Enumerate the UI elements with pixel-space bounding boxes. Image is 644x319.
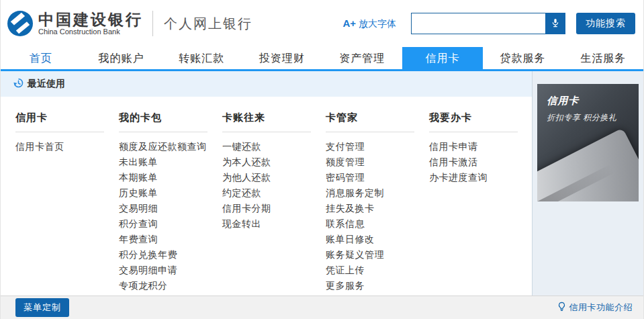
search-input[interactable] (411, 13, 545, 34)
column-card-manager: 卡管家 支付管理 额度管理 密码管理 消息服务定制 挂失及换卡 联系信息 账单日… (326, 111, 429, 295)
menu-item[interactable]: 信用卡首页 (15, 139, 119, 154)
menu-item[interactable]: 一键还款 (222, 139, 326, 154)
column-rule (429, 132, 518, 132)
column-apply-card: 我要办卡 信用卡申请 信用卡激活 办卡进度查询 (429, 111, 518, 295)
menu-item[interactable]: 额度管理 (326, 154, 429, 170)
tab-transfer[interactable]: 转账汇款 (161, 47, 242, 69)
search-box (411, 13, 565, 34)
credit-card-menu: 信用卡 信用卡首页 我的卡包 额度及应还款额查询 未出账单 本期账单 历史账单 … (1, 97, 532, 295)
menu-item[interactable]: 积分兑换年费 (119, 247, 222, 263)
ccb-logo (7, 11, 33, 36)
main-nav: 首页 我的账户 转账汇款 投资理财 资产管理 信用卡 贷款服务 生活服务 (1, 47, 643, 71)
tab-investment[interactable]: 投资理财 (242, 47, 322, 69)
menu-item[interactable]: 交易明细申请 (119, 263, 222, 278)
menu-item[interactable]: 办卡进度查询 (429, 170, 518, 185)
menu-item[interactable]: 挂失及换卡 (326, 201, 429, 216)
column-rule (326, 132, 414, 132)
column-card-transactions: 卡账往来 一键还款 为本人还款 为他人还款 约定还款 信用卡分期 现金转出 (222, 111, 326, 295)
column-title: 信用卡 (15, 111, 119, 124)
bank-name-en: China Construction Bank (38, 28, 143, 36)
menu-item[interactable]: 本期账单 (119, 170, 222, 185)
header-divider (152, 11, 153, 36)
banner-subtitle: 折扣专享 积分换礼 (547, 112, 639, 124)
content: 最近使用 信用卡 信用卡首页 我的卡包 额度及应还款额查询 未出账单 (1, 71, 532, 295)
recent-label: 最近使用 (28, 78, 65, 90)
font-zoom-label: 放大字体 (359, 18, 396, 29)
menu-item[interactable]: 为本人还款 (222, 154, 326, 170)
menu-item[interactable]: 账务疑义管理 (326, 247, 429, 263)
header: 中国建设银行 China Construction Bank 个人网上银行 A+… (1, 0, 643, 47)
column-title: 我要办卡 (429, 111, 518, 124)
header-right: A+放大字体 功能搜索 (342, 13, 635, 34)
tab-loan-services[interactable]: 贷款服务 (483, 47, 563, 69)
menu-item[interactable]: 未出账单 (119, 154, 222, 170)
brand: 中国建设银行 China Construction Bank (7, 11, 143, 36)
recent-bar: 最近使用 (1, 71, 532, 97)
menu-item[interactable]: 信用卡申请 (429, 139, 518, 154)
menu-item[interactable]: 信用卡激活 (429, 154, 518, 170)
tab-home[interactable]: 首页 (1, 47, 81, 69)
menu-item[interactable]: 支付管理 (326, 139, 429, 154)
column-title: 卡账往来 (222, 111, 326, 124)
page: 中国建设银行 China Construction Bank 个人网上银行 A+… (0, 0, 644, 319)
font-zoom-icon: A+ (342, 17, 356, 29)
menu-item[interactable]: 历史账单 (119, 185, 222, 201)
column-title: 卡管家 (326, 111, 429, 124)
tab-credit-card[interactable]: 信用卡 (402, 47, 483, 69)
column-title: 我的卡包 (119, 111, 222, 124)
column-rule (222, 132, 311, 132)
menu-item[interactable]: 额度及应还款额查询 (119, 139, 222, 154)
column-my-cards: 我的卡包 额度及应还款额查询 未出账单 本期账单 历史账单 交易明细 积分查询 … (119, 111, 222, 295)
menu-item[interactable]: 交易明细 (119, 201, 222, 216)
menu-item[interactable]: 信用卡分期 (222, 201, 326, 216)
function-search-button[interactable]: 功能搜索 (576, 13, 635, 34)
right-panel: 信用卡 折扣专享 积分换礼 (532, 71, 643, 295)
credit-card-intro-link[interactable]: 信用卡功能介绍 (557, 302, 633, 314)
column-rule (15, 132, 104, 132)
banner-title: 信用卡 (547, 95, 639, 107)
tab-asset-management[interactable]: 资产管理 (322, 47, 403, 69)
lightbulb-icon (557, 302, 569, 314)
menu-item[interactable]: 为他人还款 (222, 170, 326, 185)
menu-item[interactable]: 更多服务 (326, 278, 429, 293)
menu-item[interactable]: 积分查询 (119, 216, 222, 232)
menu-item[interactable]: 年费查询 (119, 232, 222, 247)
menu-item[interactable]: 凭证上传 (326, 263, 429, 278)
banner-text: 信用卡 折扣专享 积分换礼 (537, 84, 639, 124)
menu-item[interactable]: 专项龙积分 (119, 278, 222, 293)
menu-item[interactable]: 联系信息 (326, 216, 429, 232)
brand-names: 中国建设银行 China Construction Bank (38, 11, 143, 36)
font-zoom-control[interactable]: A+放大字体 (342, 17, 396, 30)
voice-search-button[interactable] (545, 13, 565, 34)
menu-customize-button[interactable]: 菜单定制 (15, 298, 69, 317)
column-rule (119, 132, 208, 132)
history-clock-icon (13, 77, 24, 91)
main-area: 最近使用 信用卡 信用卡首页 我的卡包 额度及应还款额查询 未出账单 (1, 71, 643, 295)
intro-label: 信用卡功能介绍 (569, 302, 633, 314)
column-credit-card: 信用卡 信用卡首页 (15, 111, 119, 295)
bank-name-cn: 中国建设银行 (38, 11, 143, 28)
menu-item[interactable]: 密码管理 (326, 170, 429, 185)
menu-item[interactable]: 现金转出 (222, 216, 326, 232)
footer: 菜单定制 信用卡功能介绍 (1, 295, 643, 319)
tab-life-services[interactable]: 生活服务 (563, 47, 643, 69)
credit-card-promo-banner[interactable]: 信用卡 折扣专享 积分换礼 (537, 84, 639, 201)
menu-item[interactable]: 账单日修改 (326, 232, 429, 247)
portal-title: 个人网上银行 (164, 15, 252, 33)
menu-item[interactable]: 约定还款 (222, 185, 326, 201)
tab-my-accounts[interactable]: 我的账户 (81, 47, 162, 69)
microphone-icon (550, 17, 561, 30)
menu-item[interactable]: 消息服务定制 (326, 185, 429, 201)
